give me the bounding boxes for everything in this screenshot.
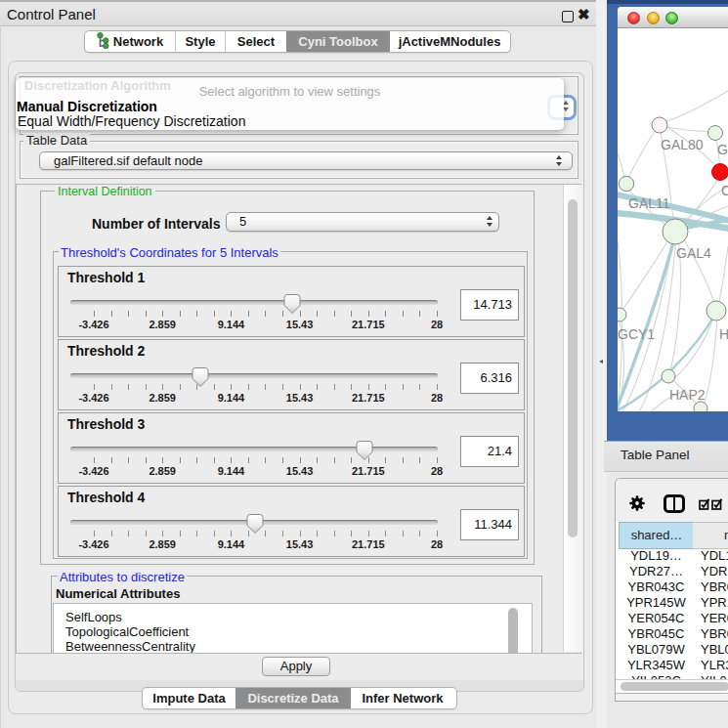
svg-text:GA: GA bbox=[717, 142, 728, 157]
svg-text:GAL11: GAL11 bbox=[628, 195, 670, 211]
svg-text:GAL80: GAL80 bbox=[661, 137, 704, 152]
svg-text:GCY1: GCY1 bbox=[618, 326, 655, 342]
svg-text:GAL4: GAL4 bbox=[676, 245, 711, 261]
svg-text:H: H bbox=[719, 326, 728, 342]
svg-text:C: C bbox=[721, 183, 728, 198]
svg-text:HAP2: HAP2 bbox=[669, 387, 706, 403]
